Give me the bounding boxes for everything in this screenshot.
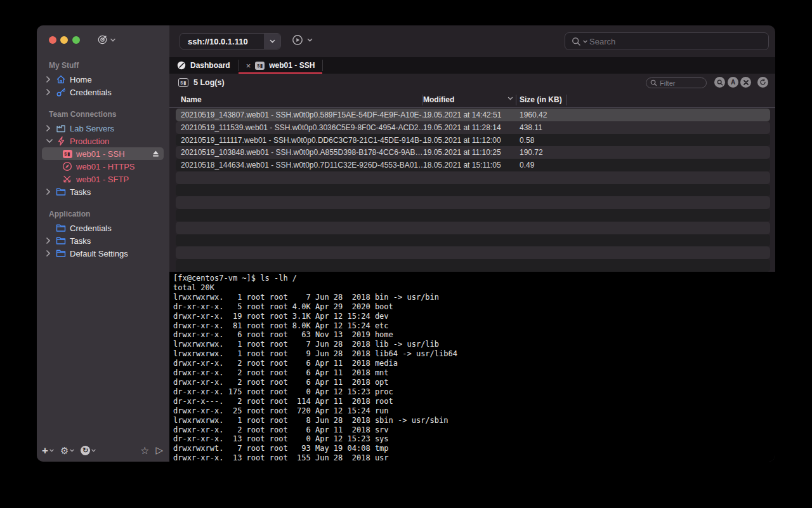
sidebar-item-tasks[interactable]: Tasks — [42, 234, 164, 247]
chevron-down-icon[interactable] — [46, 139, 55, 143]
home-icon — [55, 74, 67, 84]
empty-row — [176, 209, 770, 222]
log-name: 20210519_143807.web01 - SSH.w0t0p0.589F1… — [181, 110, 429, 119]
compass-icon — [62, 161, 73, 171]
sidebar-item-label: Home — [70, 75, 92, 84]
address-dropdown-button[interactable] — [264, 34, 280, 49]
sidebar-item-label: Default Settings — [70, 249, 128, 258]
sidebar-item-web01-ssh[interactable]: $▮web01 - SSH — [42, 147, 164, 160]
sidebar-item-label: web01 - SSH — [76, 149, 125, 159]
add-button[interactable]: + — [42, 446, 54, 455]
chevron-right-icon[interactable] — [46, 189, 55, 195]
empty-row — [176, 234, 770, 247]
log-row[interactable]: 20210519_111539.web01 - SSH.w0t0p0.3036C… — [176, 121, 770, 134]
bolt-icon — [55, 136, 67, 146]
column-header-modified[interactable]: Modified — [423, 95, 454, 104]
connect-target-dropdown[interactable] — [97, 34, 115, 45]
folder-icon — [55, 224, 67, 232]
search-input[interactable] — [589, 37, 768, 46]
sidebar-item-tasks[interactable]: Tasks — [42, 185, 164, 198]
sidebar-item-label: web01 - SFTP — [76, 175, 129, 184]
address-combobox[interactable]: ssh://10.0.1.110 — [180, 33, 281, 50]
tab-dashboard[interactable]: Dashboard — [169, 57, 238, 74]
chevron-right-icon[interactable] — [46, 89, 55, 95]
chevron-down-icon[interactable] — [583, 40, 587, 43]
chevron-right-icon[interactable] — [46, 250, 55, 257]
sync-icon: ↻ — [81, 446, 90, 455]
connect-button[interactable] — [292, 34, 313, 46]
search-icon — [650, 79, 657, 86]
log-row[interactable]: 20210519_143807.web01 - SSH.w0t0p0.589F1… — [176, 109, 770, 121]
chevron-right-icon[interactable] — [46, 237, 55, 244]
key-icon — [55, 87, 67, 97]
eject-icon[interactable] — [152, 150, 160, 157]
refresh-button[interactable] — [757, 77, 768, 88]
sidebar-item-web01-sftp[interactable]: web01 - SFTP — [42, 173, 164, 185]
chevron-right-icon[interactable] — [46, 76, 55, 83]
folder-icon — [55, 236, 67, 245]
tab-label: web01 - SSH — [269, 61, 315, 70]
log-name: 20210519_111539.web01 - SSH.w0t0p0.3036C… — [181, 123, 426, 132]
table-header: Name Modified Size (in KB) — [169, 92, 775, 108]
folder-icon — [55, 187, 67, 196]
connection-toolbar: ssh://10.0.1.110 — [169, 25, 775, 57]
sidebar-item-label: Lab Servers — [70, 124, 114, 133]
log-size: 0.49 — [520, 161, 534, 170]
sort-descending-icon — [508, 97, 513, 100]
sidebar-item-label: Credentials — [70, 224, 112, 233]
log-row[interactable]: 20210518_144634.web01 - SSH.w0t0p0.7D11C… — [176, 159, 770, 171]
filter-input[interactable] — [660, 79, 698, 87]
log-modified: 18.05.2021 at 15:11:05 — [423, 161, 501, 170]
close-window-button[interactable] — [49, 36, 56, 44]
sidebar-item-lab-servers[interactable]: Lab Servers — [42, 122, 164, 135]
sidebar-item-web01-https[interactable]: web01 - HTTPS — [42, 160, 164, 173]
sidebar-item-label: Credentials — [70, 88, 112, 97]
log-name: 20210519_103848.web01 - SSH.w0t0p0.A855D… — [181, 148, 423, 157]
sidebar-item-label: web01 - HTTPS — [76, 162, 134, 171]
tab-bar: Dashboard × $▮ web01 - SSH — [169, 57, 775, 74]
column-header-name[interactable]: Name — [181, 95, 202, 104]
log-list: 20210519_143807.web01 - SSH.w0t0p0.589F1… — [169, 108, 775, 272]
font-button[interactable]: A — [728, 77, 738, 88]
log-row[interactable]: 20210519_103848.web01 - SSH.w0t0p0.A855D… — [176, 146, 770, 159]
empty-row — [176, 246, 770, 259]
window-titlebar — [37, 25, 169, 56]
settings-button[interactable]: ⚙ — [60, 446, 74, 455]
clear-button[interactable] — [740, 77, 751, 88]
sidebar-item-credentials[interactable]: Credentials — [42, 222, 164, 234]
log-name: 20210519_111117.web01 - SSH.w0t0p0.DD6C3… — [181, 136, 429, 145]
log-modified: 19.05.2021 at 11:28:14 — [423, 123, 501, 132]
zoom-window-button[interactable] — [72, 36, 80, 44]
sync-button[interactable]: ↻ — [81, 446, 96, 455]
sidebar-footer: + ⚙ ↻ ☆ ▷ — [42, 444, 163, 457]
zoom-button[interactable] — [714, 77, 725, 88]
column-header-size[interactable]: Size (in KB) — [520, 95, 562, 104]
empty-row — [176, 184, 770, 197]
global-search[interactable] — [565, 32, 769, 50]
chevron-down-icon[interactable] — [307, 38, 313, 42]
log-row[interactable]: 20210519_111117.web01 - SSH.w0t0p0.DD6C3… — [176, 134, 770, 147]
sidebar-item-production[interactable]: Production — [42, 135, 164, 147]
sidebar-item-label: Tasks — [70, 187, 91, 197]
tab-web01-ssh[interactable]: × $▮ web01 - SSH — [239, 57, 323, 74]
sidebar: My StuffHomeCredentialsTeam ConnectionsL… — [37, 25, 169, 462]
sidebar-item-default-settings[interactable]: Default Settings — [42, 247, 164, 260]
sidebar-item-label: Tasks — [70, 236, 91, 246]
empty-row — [176, 171, 770, 184]
minimize-window-button[interactable] — [60, 36, 68, 44]
terminal-pane[interactable]: [fx@centos7-vm ~]$ ls -lh / total 20K lr… — [169, 272, 775, 462]
log-modified: 19.05.2021 at 11:12:00 — [423, 136, 501, 145]
terminal-output: [fx@centos7-vm ~]$ ls -lh / total 20K lr… — [169, 272, 775, 462]
connect-play-icon[interactable]: ▷ — [155, 444, 163, 456]
close-tab-icon[interactable]: × — [246, 62, 251, 70]
empty-row — [176, 196, 770, 209]
transfer-icon — [62, 174, 73, 184]
log-name: 20210518_144634.web01 - SSH.w0t0p0.7D11C… — [181, 161, 426, 170]
log-size: 0.58 — [520, 136, 534, 145]
favorite-star-icon[interactable]: ☆ — [140, 444, 149, 457]
sidebar-item-home[interactable]: Home — [42, 73, 164, 86]
chevron-right-icon[interactable] — [46, 125, 55, 131]
filter-box[interactable] — [646, 77, 707, 88]
sidebar-item-credentials[interactable]: Credentials — [42, 86, 164, 98]
chevron-down-icon — [110, 38, 115, 42]
